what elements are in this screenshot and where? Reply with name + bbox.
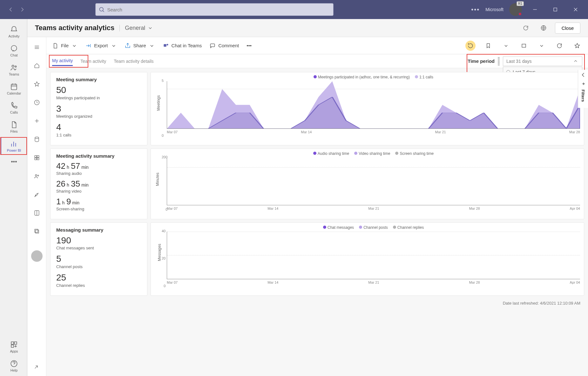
close-button[interactable]: Close [555, 23, 580, 34]
database-icon[interactable] [31, 134, 43, 145]
tab-team-activity[interactable]: Team activity [80, 57, 106, 66]
report-toolbar: File Export Share Chat in Teams Comment … [46, 37, 588, 54]
chevron-up-icon [572, 58, 579, 64]
rail-powerbi[interactable]: Power BI [0, 137, 27, 155]
search-box[interactable] [95, 3, 334, 16]
filters-label: Filters [581, 89, 585, 102]
channel-picker[interactable]: General [119, 25, 153, 31]
svg-rect-8 [11, 345, 14, 347]
layers-icon[interactable] [31, 226, 43, 237]
chevron-down-icon [111, 43, 117, 49]
avatar-badge: R1 [517, 1, 524, 6]
file-menu[interactable]: File [52, 43, 78, 49]
time-period-label: Time period [468, 58, 495, 64]
rail-files[interactable]: Files [0, 118, 27, 136]
rail-teams-label: Teams [9, 72, 19, 76]
svg-rect-19 [35, 230, 38, 233]
window-maximize[interactable] [548, 3, 563, 16]
metric-value: 3 [56, 103, 141, 114]
home-icon[interactable] [31, 60, 43, 71]
report-avatar[interactable] [31, 250, 43, 262]
bookmark-dropdown[interactable] [501, 41, 511, 51]
report-tabs: My activity Team activity Team activity … [46, 54, 588, 68]
refresh-button[interactable] [519, 22, 532, 34]
nav-back[interactable] [6, 5, 15, 14]
meetings-chart[interactable]: Meetings participated in (adhoc, one tim… [151, 72, 584, 145]
add-icon[interactable] [31, 115, 43, 127]
export-menu[interactable]: Export [85, 43, 117, 49]
view-dropdown[interactable] [537, 41, 547, 51]
time-period-value: Last 31 days [506, 59, 531, 64]
chat-in-teams[interactable]: Chat in Teams [163, 43, 202, 49]
chevron-down-icon [71, 43, 78, 49]
people-icon[interactable] [31, 170, 43, 182]
plot-area [167, 232, 580, 279]
toolbar-more[interactable]: ••• [247, 43, 252, 48]
view-icon[interactable] [519, 41, 529, 51]
svg-rect-7 [14, 342, 17, 344]
rocket-icon[interactable] [31, 189, 43, 200]
svg-point-22 [166, 44, 168, 45]
window-close[interactable] [568, 3, 583, 16]
card-title: Meeting summary [56, 77, 141, 82]
favorite-icon[interactable] [572, 41, 582, 51]
search-input[interactable] [95, 3, 334, 16]
chevron-left-icon [580, 72, 586, 78]
more-menu[interactable]: ••• [471, 6, 480, 13]
hamburger-icon[interactable] [31, 42, 43, 53]
plot-area [167, 158, 580, 205]
rail-teams[interactable]: Teams [0, 61, 27, 79]
recent-icon[interactable] [31, 97, 43, 108]
book-icon[interactable] [31, 207, 43, 219]
metric-value: 5 [56, 254, 141, 264]
rail-chat[interactable]: Chat [0, 42, 27, 60]
comment-button[interactable]: Comment [209, 43, 239, 49]
nav-forward[interactable] [18, 5, 27, 14]
channel-name: General [125, 25, 145, 31]
svg-rect-24 [522, 44, 526, 47]
filters-panel-collapsed[interactable]: Filters [578, 70, 588, 108]
tab-team-details[interactable]: Team activity details [114, 57, 153, 66]
metric-label: Meetings organized [56, 114, 141, 119]
rail-activity[interactable]: Activity [0, 23, 27, 41]
minutes-chart[interactable]: Audio sharing time Video sharing time Sc… [151, 148, 584, 219]
share-menu[interactable]: Share [125, 43, 155, 49]
refresh-report-icon[interactable] [554, 41, 564, 51]
messages-chart[interactable]: Chat messages Channel posts Channel repl… [151, 222, 584, 296]
rail-powerbi-label: Power BI [7, 148, 21, 152]
slicer-handle[interactable] [498, 57, 500, 65]
rail-calls[interactable]: Calls [0, 99, 27, 117]
titlebar: ••• Microsoft R1 [0, 0, 588, 19]
metric-label: Screen-sharing [56, 207, 141, 211]
reset-icon[interactable] [465, 41, 476, 51]
rail-apps[interactable]: Apps [0, 338, 27, 356]
rail-calendar[interactable]: Calendar [0, 80, 27, 98]
rail-files-label: Files [10, 129, 17, 133]
popout-icon[interactable] [30, 361, 42, 373]
chart-legend: Audio sharing time Video sharing time Sc… [167, 151, 580, 156]
messaging-summary-card: Messaging summary 190 Chat messages sent… [50, 222, 147, 296]
svg-rect-6 [11, 342, 14, 344]
activity-summary-card: Meeting activity summary 42h 57min Shari… [50, 148, 147, 219]
window-minimize[interactable] [528, 3, 542, 16]
grid-icon[interactable] [31, 152, 43, 163]
metric-label: Channel posts [56, 264, 141, 269]
globe-button[interactable] [537, 22, 550, 34]
tab-my-activity[interactable]: My activity [52, 56, 73, 66]
svg-point-3 [12, 65, 14, 67]
user-avatar[interactable]: R1 [509, 3, 522, 16]
metric-value: 4 [56, 122, 141, 133]
star-icon[interactable] [31, 78, 43, 90]
metric-value: 25 [56, 272, 141, 283]
rail-help[interactable]: Help [0, 357, 27, 375]
org-name: Microsoft [485, 7, 504, 12]
bookmark-icon[interactable] [483, 41, 493, 51]
svg-point-12 [35, 137, 39, 139]
rail-more[interactable]: ••• [0, 156, 27, 168]
time-period-dropdown[interactable]: Last 31 days [503, 56, 582, 66]
svg-rect-15 [35, 158, 37, 160]
svg-point-2 [11, 45, 17, 51]
rail-calendar-label: Calendar [7, 91, 21, 95]
svg-point-0 [100, 7, 104, 11]
y-axis-label: Messages [157, 244, 162, 261]
